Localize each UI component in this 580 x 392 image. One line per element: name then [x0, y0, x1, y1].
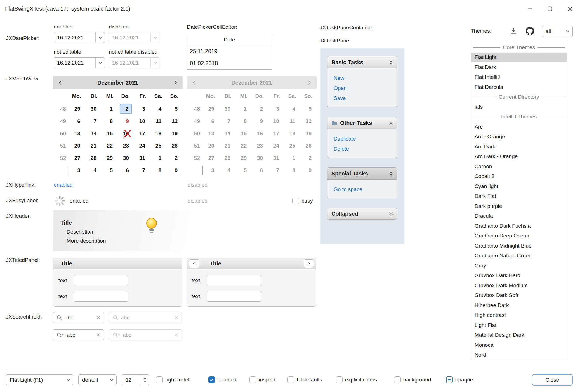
calendar-day[interactable]: 2: [120, 104, 132, 114]
calendar-day[interactable]: 31: [133, 152, 150, 164]
calendar-day[interactable]: 28: [85, 152, 101, 164]
theme-item-monocai[interactable]: Monocai: [471, 340, 567, 350]
theme-item-dracula[interactable]: Dracula: [471, 211, 567, 221]
calendar-day[interactable]: 5: [101, 164, 117, 177]
theme-item-gruvbox-dark-hard[interactable]: Gruvbox Dark Hard: [471, 271, 567, 281]
task-link-duplicate[interactable]: Duplicate: [334, 134, 397, 144]
theme-item-flat-dark[interactable]: Flat Dark: [471, 62, 567, 72]
table-row[interactable]: 25.11.2019: [187, 45, 272, 57]
theme-item-high-contrast[interactable]: High contrast: [471, 310, 567, 320]
theme-item-arc-dark[interactable]: Arc Dark: [471, 142, 567, 152]
checkbox-ui-defaults[interactable]: UI defaults: [287, 376, 322, 383]
theme-item-gradianto-deep-ocean[interactable]: Gradianto Deep Ocean: [471, 231, 567, 241]
theme-item-flat-intellij[interactable]: Flat IntelliJ: [471, 72, 567, 82]
calendar-day[interactable]: 6: [117, 164, 133, 177]
calendar-day[interactable]: 1: [101, 103, 117, 115]
calendar-day[interactable]: 9: [117, 115, 133, 127]
scroll-right-button[interactable]: >: [304, 259, 314, 268]
close-window-button[interactable]: [560, 0, 580, 17]
maximize-button[interactable]: [540, 0, 560, 17]
calendar-day[interactable]: 6: [69, 115, 85, 127]
calendar-day[interactable]: 7: [133, 164, 150, 177]
spinner-buttons[interactable]: [141, 375, 149, 385]
theme-item-gray[interactable]: Gray: [471, 261, 567, 271]
spinner-down-icon[interactable]: [143, 380, 147, 382]
checkbox-inspect[interactable]: inspect: [249, 376, 275, 383]
calendar-day[interactable]: 4: [150, 103, 166, 115]
theme-item-gradianto-nature-green[interactable]: Gradianto Nature Green: [471, 251, 567, 261]
calendar-day[interactable]: 27: [69, 152, 85, 164]
previous-month-icon[interactable]: [53, 80, 67, 85]
font-size-spinner[interactable]: 12: [122, 374, 149, 385]
github-icon[interactable]: [526, 27, 534, 35]
calendar-day[interactable]: 29: [69, 103, 85, 115]
checkbox-opaque[interactable]: opaque: [446, 376, 473, 383]
calendar-day[interactable]: 30: [117, 152, 133, 164]
minimize-button[interactable]: [520, 0, 540, 17]
theme-item-lafs[interactable]: lafs: [471, 102, 567, 112]
table-row[interactable]: 01.02.2018: [187, 57, 272, 69]
theme-item-hiberbee-dark[interactable]: Hiberbee Dark: [471, 300, 567, 310]
calendar-day[interactable]: 4: [85, 164, 101, 177]
checkbox-background[interactable]: background: [394, 376, 431, 383]
calendar-day[interactable]: 13: [69, 127, 85, 140]
task-link-save[interactable]: Save: [334, 93, 397, 103]
calendar-day[interactable]: 20: [69, 140, 85, 152]
scroll-left-button[interactable]: <: [189, 259, 199, 268]
text-input[interactable]: [207, 291, 261, 302]
calendar-day[interactable]: 29: [101, 152, 117, 164]
text-input[interactable]: [207, 275, 261, 286]
calendar-day[interactable]: 23: [117, 140, 133, 152]
calendar-day[interactable]: 18: [150, 127, 166, 140]
task-link-delete[interactable]: Delete: [334, 144, 397, 154]
theme-item-gradianto-midnight-blue[interactable]: Gradianto Midnight Blue: [471, 241, 567, 251]
theme-item-arc-dark-orange[interactable]: Arc Dark - Orange: [471, 152, 567, 162]
close-button[interactable]: Close: [532, 374, 573, 386]
theme-item-nord[interactable]: Nord: [471, 350, 567, 360]
theme-item-dark-purple[interactable]: Dark purple: [471, 201, 567, 211]
calendar-day[interactable]: 14: [85, 127, 101, 140]
task-link-open[interactable]: Open: [334, 83, 397, 93]
theme-item-cyan-light[interactable]: Cyan light: [471, 181, 567, 191]
next-month-icon[interactable]: [168, 80, 183, 85]
checkbox-enabled[interactable]: enabled: [208, 376, 237, 383]
taskpane-header-basic-tasks[interactable]: Basic Tasks: [327, 56, 397, 68]
taskpane-header-other-tasks[interactable]: Other Tasks: [327, 117, 397, 129]
clear-icon[interactable]: ✕: [96, 332, 100, 338]
calendar-day[interactable]: 5: [166, 103, 182, 115]
calendar-day[interactable]: 3: [133, 103, 150, 115]
spinner-up-icon[interactable]: [143, 377, 147, 379]
theme-item-cobalt-2[interactable]: Cobalt 2: [471, 172, 567, 182]
calendar-day[interactable]: 8: [150, 164, 166, 177]
chevron-down-icon[interactable]: [95, 32, 105, 43]
collapse-icon[interactable]: [388, 171, 393, 176]
text-input[interactable]: [74, 291, 128, 302]
laf-combobox[interactable]: Flat Light (F1): [6, 374, 73, 385]
calendar-day[interactable]: 19: [166, 127, 182, 140]
datepicker-enabled[interactable]: 16.12.2021: [54, 32, 105, 43]
task-link-new[interactable]: New: [334, 73, 397, 83]
calendar-day[interactable]: 15: [101, 127, 117, 140]
datepicker-not-editable[interactable]: 16.12.2021: [54, 57, 105, 68]
checkbox-explicit-colors[interactable]: explicit colors: [336, 376, 377, 383]
theme-item-carbon[interactable]: Carbon: [471, 161, 567, 172]
calendar-day[interactable]: 17: [133, 127, 150, 140]
calendar-day[interactable]: 3: [69, 164, 85, 177]
download-icon[interactable]: [510, 28, 517, 35]
theme-item-gruvbox-dark-medium[interactable]: Gruvbox Dark Medium: [471, 281, 567, 291]
theme-item-material-design-dark[interactable]: Material Design Dark: [471, 330, 567, 340]
calendar-day[interactable]: 30: [85, 103, 101, 115]
searchfield-1[interactable]: abc✕: [53, 312, 104, 323]
calendar-day[interactable]: 9: [166, 164, 182, 177]
chevron-down-icon[interactable]: [95, 58, 105, 68]
task-link-go-to-space[interactable]: Go to space: [334, 184, 397, 194]
theme-item-flat-light[interactable]: Flat Light: [471, 53, 567, 63]
calendar-day[interactable]: 7: [85, 115, 101, 127]
calendar-day[interactable]: 2: [166, 152, 182, 164]
calendar-day[interactable]: 11: [150, 115, 166, 127]
searchfield-3[interactable]: abc✕: [53, 329, 104, 340]
hyperlink-enabled[interactable]: enabled: [54, 182, 73, 188]
themes-filter-combobox[interactable]: all: [542, 26, 573, 37]
theme-item-gruvbox-dark-soft[interactable]: Gruvbox Dark Soft: [471, 291, 567, 301]
calendar-day[interactable]: 21: [85, 140, 101, 152]
